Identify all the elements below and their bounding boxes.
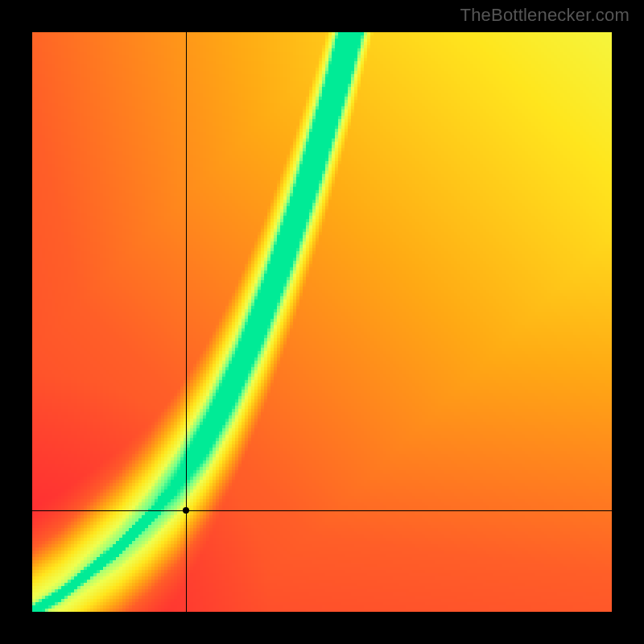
heatmap-canvas xyxy=(32,32,612,612)
marker-point xyxy=(183,507,189,514)
chart-frame: TheBottlenecker.com xyxy=(0,0,644,644)
watermark-text: TheBottlenecker.com xyxy=(460,5,630,26)
plot-area xyxy=(32,32,612,612)
crosshair-horizontal xyxy=(32,510,612,511)
crosshair-vertical xyxy=(186,32,187,612)
